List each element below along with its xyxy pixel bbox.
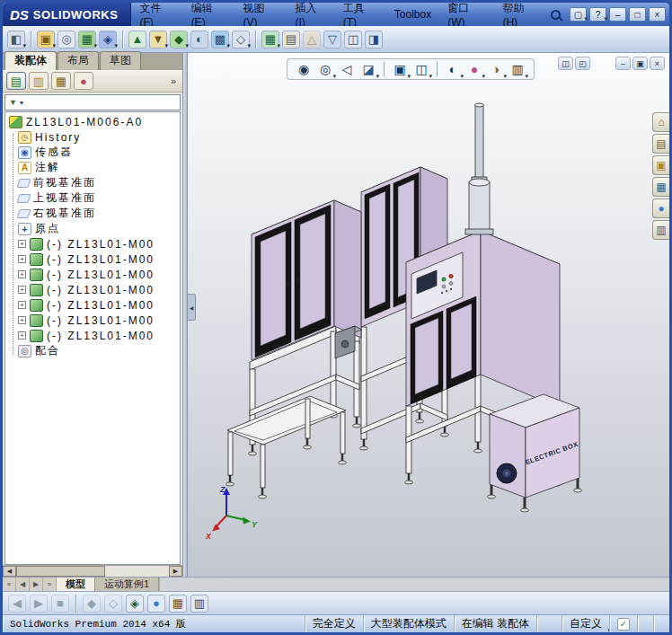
panel-tab-1[interactable]: 布局 — [57, 51, 99, 70]
tree-item-annotations[interactable]: A注解 — [5, 160, 180, 175]
menu-item-7[interactable]: 帮助(H) — [494, 3, 547, 26]
design-library-icon[interactable]: ▤ — [652, 134, 669, 154]
menu-item-3[interactable]: 插入(I) — [287, 3, 334, 26]
help-icon[interactable]: ? — [589, 7, 606, 22]
menu-item-2[interactable]: 视图(V) — [235, 3, 287, 26]
menu-item-5[interactable]: Toolbox — [386, 3, 439, 26]
tree-item-component-6[interactable]: +(-) ZL13L01-M00 — [5, 313, 180, 328]
assembly-features-icon[interactable]: ▩ — [211, 31, 229, 49]
tree-item-component-4[interactable]: +(-) ZL13L01-M00 — [5, 282, 180, 297]
collapse-panel-arrow[interactable]: ◀ — [188, 294, 196, 321]
view-orientation-icon[interactable]: ▣ — [391, 60, 409, 78]
scroll-last-tab-icon[interactable]: » — [43, 578, 57, 591]
tree-item-component-7[interactable]: +(-) ZL13L01-M00 — [5, 328, 180, 343]
tree-item-right-plane[interactable]: 右视基准面 — [5, 206, 180, 221]
view-settings-icon[interactable]: ▥ — [508, 60, 526, 78]
document-restore-icon[interactable]: ▣ — [632, 57, 648, 70]
section-view-icon[interactable]: ◨ — [365, 31, 383, 49]
displaymanager-icon[interactable]: ● — [74, 72, 93, 90]
apply-texture-icon[interactable]: ▦ — [169, 595, 187, 613]
insert-component-icon[interactable]: ▦ — [78, 31, 96, 49]
tree-filter-row[interactable]: ▼ ▾ — [4, 94, 181, 110]
mass-properties-icon[interactable]: ◆ — [83, 595, 101, 613]
view-palette-icon[interactable]: ▥ — [190, 595, 208, 613]
view-palette-icon[interactable]: ▦ — [652, 177, 669, 197]
expander-icon[interactable]: + — [18, 301, 26, 309]
tree-root-assembly[interactable]: ZL13L01-M006-A0 — [5, 114, 180, 129]
playback-play-icon[interactable]: ▶ — [30, 595, 48, 613]
check-entity-icon[interactable]: ◈ — [126, 595, 144, 613]
model-canvas[interactable]: ELECTRIC BOX Z Y X — [188, 53, 669, 576]
configurationmanager-icon[interactable]: ▦ — [51, 72, 71, 90]
scroll-next-tab-icon[interactable]: ▶ — [30, 578, 43, 591]
edit-appearance-icon[interactable]: ● — [147, 595, 165, 613]
apply-scene-icon[interactable]: ◑ — [487, 60, 505, 78]
tree-item-history[interactable]: ◷History — [5, 129, 180, 145]
bill-of-materials-icon[interactable]: ▤ — [282, 31, 300, 49]
minimize-window-icon[interactable]: – — [609, 7, 626, 22]
menu-item-6[interactable]: 窗口(W) — [439, 3, 494, 26]
move-component-icon[interactable]: ◆ — [170, 31, 188, 49]
interference-detection-icon[interactable]: ▽ — [323, 31, 341, 49]
file-explorer-icon[interactable]: ▣ — [652, 155, 669, 175]
filter-caret-icon[interactable]: ▾ — [20, 99, 23, 107]
tab-scroll-track[interactable] — [159, 578, 669, 591]
smart-fasteners-icon[interactable]: ▼ — [149, 31, 167, 49]
rebuild-icon[interactable]: ▲ — [128, 31, 146, 49]
expander-icon[interactable]: + — [18, 270, 26, 278]
mate-icon[interactable]: ◈ — [99, 31, 117, 49]
tree-item-component-3[interactable]: +(-) ZL13L01-M00 — [5, 267, 180, 282]
scroll-prev-tab-icon[interactable]: ◀ — [16, 578, 30, 591]
expand-panel-icon[interactable]: » — [168, 75, 179, 86]
linear-component-pattern-icon[interactable]: ▦ — [261, 31, 279, 49]
zoom-fit-icon[interactable]: ◉ — [295, 60, 313, 78]
tree-item-component-5[interactable]: +(-) ZL13L01-M00 — [5, 297, 180, 313]
split-pane-vertical-icon[interactable]: ◰ — [575, 57, 590, 70]
expander-icon[interactable]: + — [18, 255, 26, 263]
menu-item-0[interactable]: 文件(F) — [131, 3, 182, 26]
tree-item-sensors[interactable]: ◉传感器 — [5, 145, 180, 160]
expander-icon[interactable]: + — [18, 286, 26, 294]
panel-horizontal-scrollbar[interactable]: ◀ ▶ — [3, 565, 182, 577]
tree-item-component-1[interactable]: +(-) ZL13L01-M00 — [5, 236, 180, 251]
scroll-thumb[interactable] — [16, 566, 105, 577]
appearances-scenes-icon[interactable]: ● — [652, 198, 669, 218]
playback-prev-icon[interactable]: ◀ — [8, 595, 26, 613]
open-document-icon[interactable]: ▣ — [37, 31, 55, 49]
split-pane-horizontal-icon[interactable]: ◫ — [558, 57, 573, 70]
document-minimize-icon[interactable]: – — [615, 57, 631, 70]
cabinet-right[interactable] — [406, 231, 560, 408]
document-tab-0[interactable]: 模型 — [57, 578, 95, 591]
show-hidden-components-icon[interactable]: ◐ — [190, 31, 208, 49]
reference-geometry-icon[interactable]: ◇ — [232, 31, 250, 49]
scroll-left-icon[interactable]: ◀ — [3, 566, 16, 577]
section-view-icon[interactable]: ◪ — [359, 60, 377, 78]
graphics-viewport[interactable]: ELECTRIC BOX Z Y X ◉◎◁◪▣◫◐●◑▥ ◫◰ — [188, 53, 669, 577]
tree-item-mates[interactable]: ◎配合 — [5, 343, 180, 358]
tree-item-front-plane[interactable]: 前视基准面 — [5, 175, 180, 190]
document-tab-1[interactable]: 运动算例1 — [95, 578, 159, 591]
hide-show-items-icon[interactable]: ◐ — [444, 60, 462, 78]
status-custom[interactable]: 自定义 — [561, 615, 609, 632]
expander-icon[interactable]: + — [18, 316, 26, 324]
previous-view-icon[interactable]: ◁ — [338, 60, 356, 78]
zoom-area-icon[interactable]: ◎ — [316, 60, 334, 78]
panel-tab-2[interactable]: 草图 — [100, 51, 141, 70]
playback-stop-icon[interactable]: ■ — [51, 595, 69, 613]
expander-icon[interactable]: + — [18, 240, 26, 248]
new-document-icon[interactable]: ▢ — [570, 7, 587, 22]
filter-funnel-icon[interactable]: ▼ — [9, 98, 17, 107]
menu-item-4[interactable]: 工具(T) — [335, 3, 386, 26]
featuremanager-tree-icon[interactable]: ▤ — [6, 72, 26, 90]
close-window-icon[interactable]: × — [649, 7, 666, 22]
expander-icon[interactable]: + — [18, 331, 26, 340]
frame-front-table[interactable] — [226, 396, 347, 498]
document-close-icon[interactable]: × — [650, 57, 665, 70]
solidworks-resources-icon[interactable]: ⌂ — [652, 112, 669, 132]
tree-item-top-plane[interactable]: 上视基准面 — [5, 190, 180, 206]
scroll-right-icon[interactable]: ▶ — [169, 566, 182, 577]
attach-document-icon[interactable]: ◎ — [57, 31, 75, 49]
chimney-stack[interactable] — [465, 103, 493, 234]
custom-properties-icon[interactable]: ▥ — [652, 220, 669, 240]
tools-options-icon[interactable]: ◧ — [7, 31, 25, 49]
